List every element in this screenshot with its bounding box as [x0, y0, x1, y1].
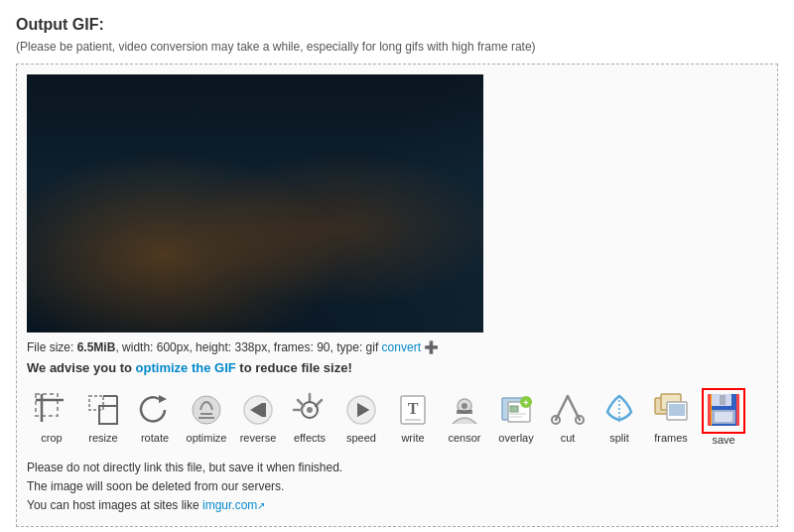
optimize-icon — [187, 390, 226, 430]
speed-icon — [341, 390, 381, 430]
svg-rect-3 — [89, 396, 103, 410]
tool-write[interactable]: T write — [388, 387, 438, 447]
file-height: 338px — [234, 340, 267, 354]
file-width: 600px — [157, 340, 190, 354]
file-size: 6.5MiB — [77, 340, 116, 354]
svg-point-8 — [193, 396, 220, 424]
tool-resize[interactable]: resize — [78, 387, 128, 447]
overlay-icon: + — [496, 390, 536, 430]
tool-save[interactable]: save — [698, 385, 749, 449]
rotate-icon — [135, 390, 175, 430]
footer-line3-prefix: You can host images at sites like — [27, 498, 202, 512]
svg-text:T: T — [408, 400, 419, 417]
svg-rect-4 — [99, 406, 117, 424]
rotate-label: rotate — [141, 432, 169, 444]
external-icon: ↗ — [257, 500, 265, 511]
censor-label: censor — [448, 432, 480, 444]
svg-point-17 — [307, 407, 313, 413]
optimize-suffix: to reduce file size! — [236, 360, 352, 375]
tool-censor[interactable]: censor — [440, 387, 489, 447]
cut-icon — [548, 390, 588, 430]
optimize-prefix: We advise you to — [27, 360, 136, 375]
split-icon — [599, 390, 639, 430]
frames-icon — [651, 390, 691, 430]
tool-speed[interactable]: speed — [336, 387, 386, 447]
file-frames: 90 — [317, 340, 330, 354]
tool-optimize[interactable]: optimize — [182, 387, 231, 447]
write-label: write — [401, 432, 424, 444]
svg-line-18 — [298, 400, 304, 406]
footer-line3: You can host images at sites like imgur.… — [27, 496, 767, 515]
svg-point-27 — [462, 403, 467, 409]
resize-label: resize — [88, 432, 117, 444]
effects-label: effects — [294, 432, 326, 444]
tool-overlay[interactable]: + overlay — [491, 387, 541, 447]
tools-row: crop resize — [27, 385, 767, 449]
resize-icon — [83, 390, 123, 430]
save-icon — [706, 392, 741, 428]
page-container: Output GIF: (Please be patient, video co… — [0, 0, 794, 532]
footer-line1: Please do not directly link this file, b… — [27, 459, 767, 477]
svg-rect-0 — [36, 394, 58, 416]
gif-preview — [27, 74, 483, 332]
frames-label: frames — [654, 432, 688, 444]
svg-rect-31 — [510, 406, 518, 412]
optimize-link[interactable]: optimize the GIF — [136, 360, 236, 375]
speed-label: speed — [346, 432, 376, 444]
svg-rect-49 — [715, 412, 732, 422]
svg-rect-52 — [736, 394, 739, 426]
file-info: File size: 6.5MiB, width: 600px, height:… — [27, 340, 767, 354]
file-type: gif — [366, 340, 379, 354]
tool-effects[interactable]: effects — [285, 387, 334, 447]
svg-text:+: + — [523, 398, 528, 408]
effects-icon — [290, 390, 330, 430]
footer-line2: The image will soon be deleted from our … — [27, 477, 767, 496]
crop-label: crop — [41, 432, 62, 444]
svg-marker-7 — [159, 395, 167, 403]
convert-icon: ➕ — [424, 340, 439, 354]
split-label: split — [609, 432, 629, 444]
patience-note: (Please be patient, video conversion may… — [16, 40, 778, 54]
tool-cut[interactable]: cut — [543, 387, 593, 447]
output-title: Output GIF: — [16, 16, 778, 34]
reverse-icon — [238, 390, 278, 430]
tool-rotate[interactable]: rotate — [130, 387, 180, 447]
save-label: save — [712, 434, 734, 446]
optimize-note: We advise you to optimize the GIF to red… — [27, 360, 767, 375]
imgur-link[interactable]: imgur.com — [202, 498, 257, 512]
svg-rect-47 — [720, 395, 726, 405]
tool-reverse[interactable]: reverse — [233, 387, 283, 447]
crop-icon — [32, 390, 71, 430]
gif-box: File size: 6.5MiB, width: 600px, height:… — [16, 64, 778, 527]
reverse-label: reverse — [240, 432, 277, 444]
svg-rect-51 — [711, 394, 712, 426]
save-border — [702, 388, 745, 434]
svg-rect-13 — [262, 403, 266, 417]
tool-crop[interactable]: crop — [27, 387, 76, 447]
write-icon: T — [393, 390, 433, 430]
tool-frames[interactable]: frames — [646, 387, 696, 447]
cut-label: cut — [561, 432, 576, 444]
censor-icon — [445, 390, 484, 430]
overlay-label: overlay — [498, 432, 533, 444]
convert-link[interactable]: convert — [382, 340, 421, 354]
tool-split[interactable]: split — [595, 387, 644, 447]
svg-rect-44 — [669, 404, 685, 416]
svg-rect-50 — [708, 394, 711, 426]
optimize-label: optimize — [187, 432, 227, 444]
svg-rect-28 — [457, 410, 472, 414]
footer-notes: Please do not directly link this file, b… — [27, 459, 767, 516]
